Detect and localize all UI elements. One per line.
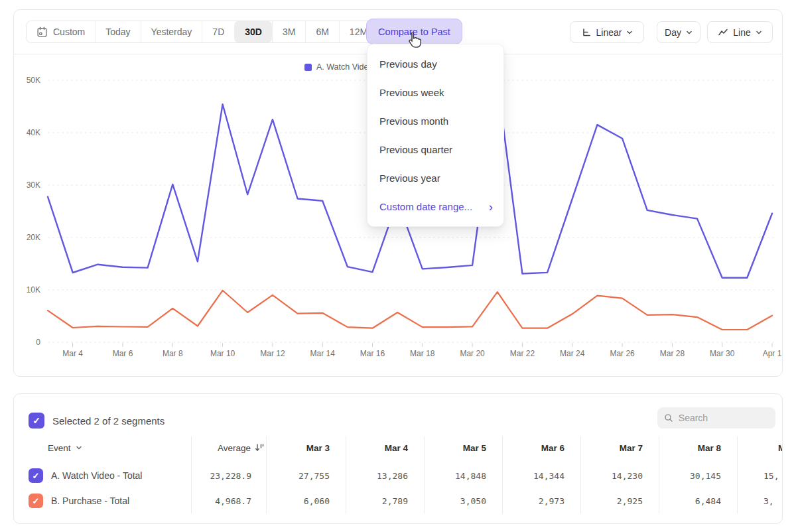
row-checkbox[interactable]: ✓ [29, 468, 43, 483]
chevron-right-icon: › [489, 200, 493, 213]
chevron-down-icon [756, 29, 762, 36]
date-range-6m[interactable]: 6M [305, 21, 338, 42]
svg-text:50K: 50K [27, 76, 40, 85]
svg-text:0: 0 [36, 338, 40, 347]
column-separator [266, 436, 267, 513]
compare-menu-items: Previous dayPrevious weekPrevious monthP… [367, 50, 503, 192]
cell-value-truncated: 15, [763, 463, 783, 488]
cell-average: 4,968.7 [191, 488, 251, 513]
svg-text:Mar 14: Mar 14 [310, 349, 336, 358]
column-header-mar-7[interactable]: Mar 7 [579, 435, 643, 460]
column-separator [580, 436, 581, 513]
date-range-custom[interactable]: Custom [27, 21, 95, 42]
menu-item-previous-year[interactable]: Previous year [367, 164, 503, 192]
svg-text:Apr 1: Apr 1 [763, 349, 782, 358]
chart-type-dropdown[interactable]: Line [707, 21, 773, 43]
svg-text:Mar 30: Mar 30 [710, 349, 735, 358]
column-separator [346, 436, 346, 513]
cell-value-truncated: 3, [763, 488, 783, 513]
svg-text:Mar 24: Mar 24 [560, 349, 585, 358]
svg-text:Mar 16: Mar 16 [360, 349, 385, 358]
table-row-b-purchase-total: ✓B. Purchase - Total4,968.76,0602,7893,0… [14, 488, 782, 513]
legend-swatch [304, 64, 312, 71]
row-label: A. Watch Video - Total [51, 463, 142, 488]
svg-text:40K: 40K [27, 128, 40, 137]
chevron-down-icon [626, 29, 633, 36]
svg-text:Mar 8: Mar 8 [163, 349, 183, 358]
menu-item-previous-month[interactable]: Previous month [367, 107, 503, 135]
interval-label: Day [665, 27, 681, 38]
column-separator [502, 436, 503, 513]
column-header-mar-3[interactable]: Mar 3 [266, 435, 330, 460]
column-header-average[interactable]: Average [191, 435, 264, 460]
column-header-mar-8[interactable]: Mar 8 [657, 435, 721, 460]
chevron-down-icon [686, 29, 693, 36]
column-separator [659, 436, 659, 513]
table-row-a-watch-video-total: ✓A. Watch Video - Total23,228.927,75513,… [14, 463, 782, 488]
svg-text:Mar 12: Mar 12 [260, 349, 285, 358]
axis-linear-icon [581, 27, 592, 38]
scale-dropdown[interactable]: Linear [570, 21, 644, 43]
scale-label: Linear [596, 27, 622, 38]
svg-text:Mar 18: Mar 18 [410, 349, 435, 358]
segments-card: ✓ Selected 2 of 2 segments Event Average… [13, 393, 783, 524]
chart-type-label: Line [733, 27, 750, 38]
svg-text:Mar 28: Mar 28 [660, 349, 685, 358]
column-header-mar-6[interactable]: Mar 6 [501, 435, 564, 460]
segments-table: Event Average Mar 3Mar 4Mar 5Mar 6Mar 7M… [14, 394, 782, 523]
menu-item-previous-quarter[interactable]: Previous quarter [367, 135, 503, 164]
svg-text:Mar 10: Mar 10 [210, 349, 235, 358]
cell-value: 6,060 [266, 488, 330, 513]
chevron-down-icon [76, 444, 82, 451]
sort-descending-icon [255, 443, 264, 452]
compare-to-past-button[interactable]: Compare to Past [366, 19, 462, 44]
series-line-b-purchase-total [48, 291, 772, 330]
cell-value: 2,925 [579, 488, 643, 513]
menu-item-previous-week[interactable]: Previous week [367, 78, 503, 107]
compare-menu: Previous dayPrevious weekPrevious monthP… [367, 44, 504, 227]
date-range-control: CustomTodayYesterday7D30D3M6M12M [26, 21, 378, 43]
interval-dropdown[interactable]: Day [657, 21, 700, 43]
menu-item-previous-day[interactable]: Previous day [367, 50, 503, 78]
column-header-mar-4[interactable]: Mar 4 [344, 435, 408, 460]
cell-value: 13,286 [344, 463, 408, 488]
svg-text:Mar 4: Mar 4 [62, 349, 83, 358]
cell-value: 30,145 [657, 463, 721, 488]
date-range-30d[interactable]: 30D [234, 21, 272, 42]
svg-text:Mar 6: Mar 6 [113, 349, 133, 358]
cell-average: 23,228.9 [191, 463, 251, 488]
calendar-icon [36, 27, 48, 38]
column-header-mar-5[interactable]: Mar 5 [423, 435, 486, 460]
svg-text:10K: 10K [27, 285, 40, 295]
date-range-yesterday[interactable]: Yesterday [141, 21, 202, 42]
column-separator [424, 436, 425, 513]
row-label: B. Purchase - Total [51, 488, 129, 513]
cell-value: 27,755 [266, 463, 330, 488]
cell-value: 14,344 [501, 463, 564, 488]
row-checkbox[interactable]: ✓ [29, 494, 43, 508]
svg-text:Mar 22: Mar 22 [510, 349, 535, 358]
cell-value: 14,230 [579, 463, 643, 488]
line-chart-icon [718, 27, 728, 38]
cell-value: 14,848 [423, 463, 486, 488]
column-separator [191, 436, 192, 513]
svg-text:20K: 20K [27, 233, 40, 242]
cell-value: 2,789 [344, 488, 408, 513]
date-range-today[interactable]: Today [95, 21, 140, 42]
date-range-3m[interactable]: 3M [272, 21, 305, 42]
menu-item-custom-date-range[interactable]: Custom date range... › [367, 192, 503, 221]
column-separator [737, 436, 738, 513]
cell-value: 3,050 [423, 488, 486, 513]
svg-text:Mar 26: Mar 26 [610, 349, 635, 358]
column-header-truncated: M [778, 435, 783, 460]
svg-text:30K: 30K [27, 180, 40, 190]
cell-value: 2,973 [501, 488, 564, 513]
column-header-event[interactable]: Event [48, 435, 82, 460]
date-range-7d[interactable]: 7D [202, 21, 234, 42]
cell-value: 6,484 [657, 488, 721, 513]
svg-text:Mar 20: Mar 20 [460, 349, 485, 358]
